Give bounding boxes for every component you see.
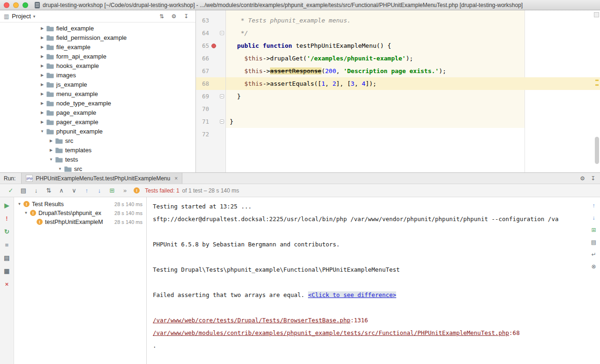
warning-stripe-mark[interactable] [595,84,599,86]
minimize-window-button[interactable] [13,2,19,8]
titlebar: drupal-testing-workshop [~/Code/os/drupa… [0,0,600,10]
project-tree-item[interactable]: ▶file_example [0,42,195,52]
console-output[interactable]: Testing started at 13:25 ...sftp://docke… [147,197,587,364]
code-line[interactable]: $this->assertResponse(200, 'Description … [226,65,600,77]
show-console-output-button[interactable]: ▤ [18,186,29,195]
soft-wrap-icon[interactable]: ↵ [590,251,598,258]
previous-failed-test-button[interactable]: ↑ [82,186,92,195]
folder-icon [46,110,55,116]
chevron-right-icon[interactable]: ▶ [48,139,54,143]
code-line[interactable]: * Tests phpunit_example menus. [226,14,600,27]
fold-marker-icon[interactable]: − [220,31,224,35]
show-passed-button[interactable]: ✓ [6,186,16,195]
chevron-down-icon[interactable]: ▼ [39,129,45,134]
project-tree-item[interactable]: ▶field_permission_example [0,33,195,42]
hide-run-panel-icon[interactable]: ↧ [591,175,595,182]
run-label: Run: [4,175,15,182]
stacktrace-link[interactable]: /var/www/web/core/tests/Drupal/Tests/Bro… [153,317,350,324]
chevron-right-icon[interactable]: ▶ [39,64,45,68]
rerun-failed-tests-button[interactable]: ! [3,214,11,223]
code-line[interactable] [226,103,600,115]
test-tree-item[interactable]: ▼!Test Results28 s 140 ms [14,200,146,208]
chevron-right-icon[interactable]: ▶ [48,148,54,152]
project-tree-item[interactable]: ▼src [0,164,195,172]
test-tree-item[interactable]: ▼!Drupal\Tests\phpunit_ex28 s 140 ms [14,208,146,217]
project-tree-item[interactable]: ▶pager_example [0,117,195,126]
editor-scrollbar[interactable] [595,137,599,164]
project-tree-item[interactable]: ▶menu_example [0,89,195,98]
stacktrace-link[interactable]: /var/www/web/modules/contrib/examples/ph… [153,329,509,336]
navigate-down-stacktrace-icon[interactable]: ↓ [590,214,598,222]
code-line[interactable]: $this->drupalGet('/examples/phpunit-exam… [226,52,600,65]
sort-by-duration-button[interactable]: ⇅ [44,186,54,195]
project-tree-item[interactable]: ▶page_example [0,108,195,117]
collapse-all-button[interactable]: ∧ [56,186,67,195]
project-item-label: phpunit_example [56,128,103,135]
close-button[interactable]: × [3,280,11,288]
code-line[interactable]: $this->assertEquals([1, 2], [3, 4]); [226,77,600,90]
chevron-right-icon[interactable]: ▶ [39,26,45,30]
stop-button[interactable]: ■ [3,240,11,249]
chevron-right-icon[interactable]: ▶ [39,45,45,49]
test-tree-item[interactable]: !testPhpUnitExampleM28 s 140 ms [14,217,146,226]
fold-marker-icon[interactable]: − [220,119,224,124]
chevron-right-icon[interactable]: ▶ [39,111,45,115]
project-tree-item[interactable]: ▶node_type_example [0,98,195,108]
code-line[interactable]: */ [226,27,600,39]
next-failed-test-button[interactable]: ↓ [94,186,105,195]
chevron-right-icon[interactable]: ▶ [39,101,45,105]
project-tree-item[interactable]: ▶form_api_example [0,52,195,61]
project-tree-item[interactable]: ▶src [0,136,195,145]
print-icon[interactable]: ▤ [590,238,598,246]
code-line[interactable]: } [226,115,600,128]
run-panel-settings-gear-icon[interactable]: ⚙ [580,175,585,182]
expand-all-button[interactable]: ∨ [69,186,79,195]
chevron-down-icon[interactable]: ▼ [48,157,54,162]
warning-stripe-mark[interactable] [595,80,599,81]
zoom-window-button[interactable] [22,2,28,8]
close-window-button[interactable] [4,2,9,8]
sort-alphabetically-button[interactable]: ↓ [31,186,41,195]
chevron-right-icon[interactable]: ▶ [39,92,45,96]
chevron-right-icon[interactable]: ▶ [39,73,45,77]
project-tree-item[interactable]: ▶field_example [0,23,195,33]
chevron-down-icon[interactable]: ▾ [33,14,36,19]
chevron-right-icon[interactable]: ▶ [39,54,45,59]
open-results-button[interactable]: ⊞ [107,186,117,195]
project-tree-item[interactable]: ▶js_example [0,80,195,89]
navigate-up-stacktrace-icon[interactable]: ↑ [590,202,598,209]
fold-marker-icon[interactable]: − [220,94,224,98]
close-tab-icon[interactable]: × [174,175,178,182]
collapse-all-icon[interactable]: ⇅ [158,13,165,20]
project-tree-item[interactable]: ▶hooks_example [0,61,195,70]
clear-console-icon[interactable]: ⊗ [590,263,598,270]
editor[interactable]: 6364−6566676869−7071−72 * Tests phpunit_… [196,10,600,172]
toggle-auto-test-button[interactable]: ↻ [3,227,11,236]
export-results-icon[interactable]: ⊞ [590,226,598,234]
project-tree-item[interactable]: ▶images [0,70,195,80]
project-tree-item[interactable]: ▼phpunit_example [0,126,195,136]
chevron-right-icon[interactable]: ▶ [39,36,45,40]
chevron-down-icon[interactable]: ▼ [23,211,29,215]
editor-code[interactable]: * Tests phpunit_example menus. */ public… [226,10,600,172]
project-panel-title[interactable]: Project [12,13,30,20]
project-tree-item[interactable]: ▼tests [0,155,195,164]
project-tree-item[interactable]: ▶templates [0,145,195,155]
pin-tab-button[interactable]: ▦ [3,267,11,275]
code-line[interactable] [226,128,600,141]
run-tab[interactable]: php PHPUnitExampleMenuTest.testPhpUnitEx… [21,173,182,184]
test-history-button[interactable]: ▤ [3,253,11,262]
rerun-tests-button[interactable]: ▶ [3,201,11,209]
chevron-down-icon[interactable]: ▼ [17,202,22,206]
code-token: */ [230,30,248,37]
code-line[interactable]: public function testPhpUnitExampleMenu()… [226,39,600,52]
hide-panel-icon[interactable]: ↧ [182,13,190,20]
chevron-right-icon[interactable]: ▶ [39,82,45,87]
code-line[interactable]: } [226,90,600,103]
diff-link[interactable]: <Click to see difference> [308,291,396,298]
run-tabbar: Run: php PHPUnitExampleMenuTest.testPhpU… [0,173,600,184]
chevron-down-icon[interactable]: ▼ [57,167,63,171]
chevron-right-icon[interactable]: ▶ [39,120,45,124]
settings-gear-icon[interactable]: ⚙ [170,13,178,20]
failed-test-gutter-icon[interactable] [211,44,216,48]
